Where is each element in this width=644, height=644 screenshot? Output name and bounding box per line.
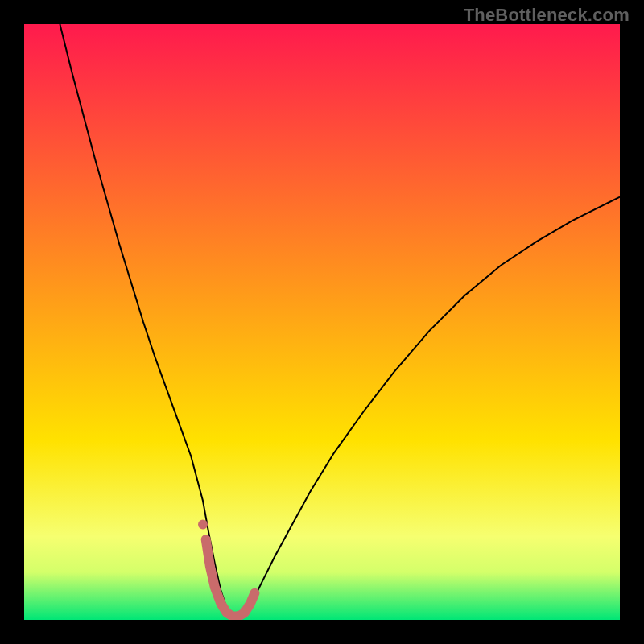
marker-highlight-dot: [198, 520, 208, 530]
watermark-text: TheBottleneck.com: [464, 5, 630, 26]
gradient-background: [24, 24, 620, 620]
chart-frame: TheBottleneck.com: [0, 0, 644, 644]
marker-group: [198, 520, 208, 530]
plot-area: [24, 24, 620, 620]
chart-svg: [24, 24, 620, 620]
